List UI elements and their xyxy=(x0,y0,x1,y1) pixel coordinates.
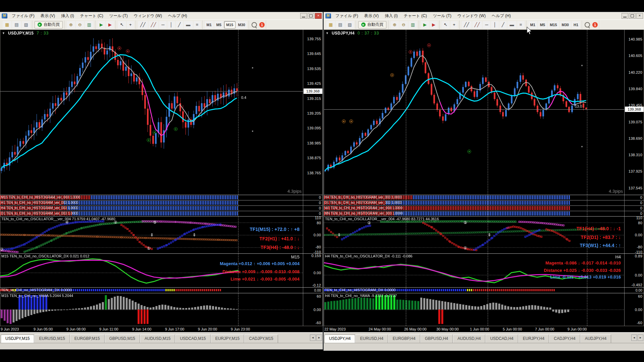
chart-tab-gbpusd-m15[interactable]: GBPUSD,M15 xyxy=(105,335,140,343)
chart-tab-eurjpy-h4[interactable]: EURJPY,H4 xyxy=(518,335,549,343)
yama-plot[interactable]: M15 TEN_to_CHI_no_YAMA 5.2044 5.2044 xyxy=(0,293,303,326)
minimize-button[interactable] xyxy=(622,13,628,19)
zoom-in-icon[interactable]: ⊕ xyxy=(390,21,399,28)
price-axis[interactable]: 139.368 140.985140.605140.220139.840139.… xyxy=(624,30,644,195)
histogram-dx-plot[interactable]: TEN_to_CHI_no_HISTOGRAM_DX 0.0000 xyxy=(324,288,624,293)
chart-tab-cadjpy-h4[interactable]: CADJPY,H4 xyxy=(549,335,580,343)
menu-item-4[interactable]: ツール (T) xyxy=(106,12,131,19)
close-button[interactable]: × xyxy=(315,13,322,19)
histogram-row-axis[interactable]: 0 xyxy=(624,200,644,205)
menu-item-3[interactable]: チャート (C) xyxy=(401,12,430,19)
auto-scroll-icon[interactable]: ▶ xyxy=(97,21,105,28)
profiles-icon[interactable]: ▤ xyxy=(336,21,344,28)
menu-item-2[interactable]: 挿入 (I) xyxy=(382,12,401,19)
trendline-icon[interactable]: ╱ xyxy=(499,21,507,28)
histogram-dx-axis[interactable]: 0.00 xyxy=(624,288,644,293)
trendline-icon[interactable]: ╱ xyxy=(176,21,183,28)
tab-scroll-right-icon[interactable]: ► xyxy=(316,335,322,341)
menu-item-0[interactable]: ファイル (F) xyxy=(9,12,38,19)
menu-item-4[interactable]: ツール (T) xyxy=(430,12,454,19)
timeframe-button-m15[interactable]: M15 xyxy=(224,21,235,28)
timeframe-button-m15[interactable]: M15 xyxy=(548,21,559,28)
tab-scroll-right-icon[interactable]: ► xyxy=(638,335,643,341)
zoom-out-icon[interactable]: ⊖ xyxy=(399,21,408,28)
vertical-line-icon[interactable]: │ xyxy=(167,21,175,28)
oscillator-plot[interactable]: TEN_to_CHI_no_OSCILLATOR__ver_004 71.975… xyxy=(0,217,303,253)
cursor-icon[interactable]: ↖ xyxy=(441,21,450,28)
notification-badge[interactable]: 1 xyxy=(259,22,265,27)
histogram-row-axis[interactable]: 0 xyxy=(624,206,644,211)
tab-scroll-left-icon[interactable]: ◄ xyxy=(631,335,637,341)
new-chart-icon[interactable]: ▦ xyxy=(3,21,11,28)
zoom-out-icon[interactable]: ⊖ xyxy=(76,21,84,28)
chart-tab-usdjpy-h4[interactable]: USDJPY,H4 xyxy=(324,335,355,343)
timeframe-button-h1[interactable]: H1 xyxy=(572,21,580,28)
chart-tab-eurusd-h4[interactable]: EURUSD,H4 xyxy=(355,335,388,343)
horizontal-line-icon[interactable]: ─ xyxy=(483,21,490,28)
price-axis[interactable]: 139.368 139.755139.645139.535139.425139.… xyxy=(303,30,322,195)
timeframe-button-m30[interactable]: M30 xyxy=(236,21,247,28)
profiles-icon[interactable]: ▤ xyxy=(12,21,21,28)
rectangle-icon[interactable]: ▬ xyxy=(184,21,193,28)
menu-item-6[interactable]: ヘルプ (H) xyxy=(165,12,190,19)
dx-plot[interactable]: M15 TEN_to_CHI_no_OSCILLATOR_DX 0.021 0.… xyxy=(0,254,303,287)
auto-scroll-icon[interactable]: ▶ xyxy=(421,21,429,28)
search-icon[interactable] xyxy=(585,22,590,27)
menu-item-0[interactable]: ファイル (F) xyxy=(332,12,361,19)
tab-scroll-left-icon[interactable]: ◄ xyxy=(310,335,316,341)
yama-axis[interactable]: 600.00-60 xyxy=(303,293,322,326)
trendline-e-icon[interactable]: ╱╱ xyxy=(472,21,482,28)
histogram-row-axis[interactable]: 0 xyxy=(624,195,644,200)
histogram-row-axis[interactable]: 0 xyxy=(303,200,322,205)
yama-axis[interactable]: 600.00-60 xyxy=(624,293,644,326)
restore-button[interactable] xyxy=(629,13,636,19)
restore-button[interactable] xyxy=(308,13,314,19)
dx-plot[interactable]: H4 TEN_to_CHI_no_OSCILLATOR_DX -0.111 -0… xyxy=(324,254,624,287)
templates-icon[interactable]: ▧ xyxy=(22,21,31,28)
templates-icon[interactable]: ▧ xyxy=(345,21,354,28)
chart-tab-audusd-m15[interactable]: AUDUSD,M15 xyxy=(140,335,175,343)
chart-tab-usdjpy-m15[interactable]: USDJPY,M15 xyxy=(1,335,34,343)
crosshair-icon[interactable]: + xyxy=(450,21,458,28)
dx-axis[interactable]: 0.1590.00-0.12 xyxy=(303,254,322,287)
chart-tab-gbpusd-h4[interactable]: GBPUSD,H4 xyxy=(420,335,453,343)
fibonacci-icon[interactable]: ≡ xyxy=(517,21,525,28)
time-axis[interactable]: 9 Jun 20239 Jun 05:009 Jun 08:009 Jun 11… xyxy=(0,326,323,332)
close-button[interactable]: × xyxy=(636,13,643,19)
rectangle-icon[interactable]: ▬ xyxy=(507,21,517,28)
search-icon[interactable] xyxy=(252,22,257,27)
chart-tab-audjpy-h4[interactable]: AUDJPY,H4 xyxy=(580,335,611,343)
tile-windows-icon[interactable]: ▥ xyxy=(409,21,417,28)
autotrade-button[interactable]: ▶自動売買 xyxy=(358,21,386,28)
oscillator-axis[interactable]: 110800.00-80-110 xyxy=(624,217,644,253)
menu-item-5[interactable]: ウィンドウ (W) xyxy=(454,12,489,19)
minimize-button[interactable] xyxy=(300,13,307,19)
trendline-f-icon[interactable]: ╱╱ xyxy=(462,21,472,28)
chart-tab-audusd-h4[interactable]: AUDUSD,H4 xyxy=(453,335,485,343)
trendline-f-icon[interactable]: ╱╱ xyxy=(138,21,148,28)
horizontal-line-icon[interactable]: ─ xyxy=(159,21,167,28)
fibonacci-icon[interactable]: ≡ xyxy=(194,21,201,28)
menu-item-5[interactable]: ウィンドウ (W) xyxy=(131,12,165,19)
menu-item-1[interactable]: 表示 (V) xyxy=(361,12,382,19)
cursor-icon[interactable]: ↖ xyxy=(118,21,126,28)
menu-item-3[interactable]: チャート (C) xyxy=(77,12,106,19)
chart-tab-eurgbp-h4[interactable]: EURGBP,H4 xyxy=(388,335,420,343)
autotrade-button[interactable]: ▶自動売買 xyxy=(35,21,63,28)
histogram-row-axis[interactable]: 0 xyxy=(303,195,322,200)
histogram-row-axis[interactable]: 0 xyxy=(303,206,322,211)
timeframe-button-m1[interactable]: M1 xyxy=(205,21,214,28)
chart-tab-cadjpy-m15[interactable]: CADJPY,M15 xyxy=(244,335,278,343)
notification-badge[interactable]: 1 xyxy=(592,22,598,27)
yama-plot[interactable]: H4 TEN_to_CHI_no_YAMA -9.7737 -9.7737 xyxy=(324,293,624,326)
new-chart-icon[interactable]: ▦ xyxy=(326,21,335,28)
oscillator-plot[interactable]: TEN_to_CHI_no_OSCILLATOR__ver_004 -47.96… xyxy=(324,217,624,253)
time-axis[interactable]: 22 May 202324 May 00:0026 May 00:0030 Ma… xyxy=(324,326,644,332)
vertical-line-icon[interactable]: │ xyxy=(491,21,498,28)
main-chart-plot[interactable]: ▼ USDJPY,M15 7 : 33 4.3pips **0.4 xyxy=(0,30,303,195)
chart-tab-eurusd-m15[interactable]: EURUSD,M15 xyxy=(34,335,69,343)
dx-axis[interactable]: 0.890.00-0.492 xyxy=(624,254,644,287)
main-chart-plot[interactable]: ▼ USDJPY,H4 0 : 37 : 33 4.3pips **13.0 xyxy=(324,30,624,195)
chart-tab-usdcad-m15[interactable]: USDCAD,M15 xyxy=(175,335,210,343)
histogram-row-axis[interactable]: 0 xyxy=(624,211,644,216)
